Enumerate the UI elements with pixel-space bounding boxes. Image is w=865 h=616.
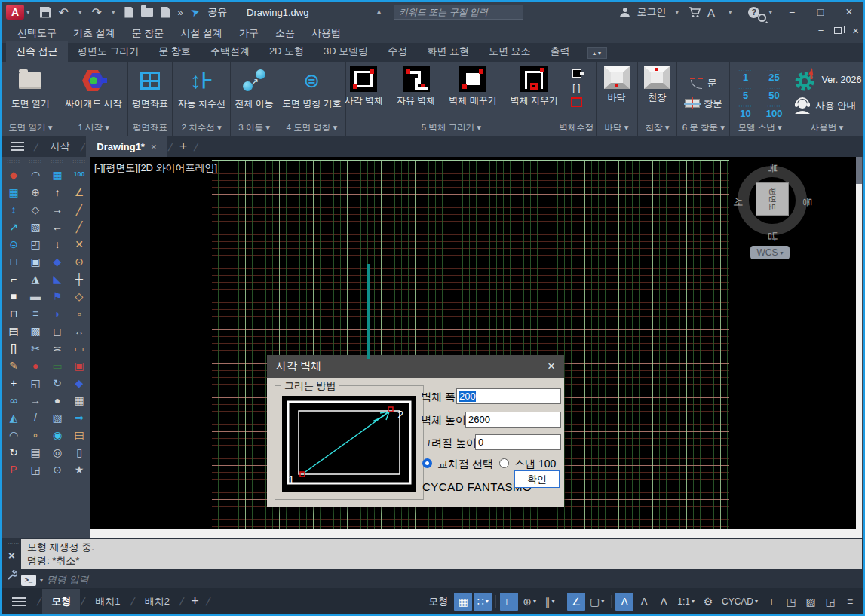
intersection-snap-icon[interactable]: ✕ bbox=[70, 235, 88, 253]
layout-tab-배치2[interactable]: 배치2 bbox=[136, 589, 179, 614]
layout-tab-배치1[interactable]: 배치1 bbox=[86, 589, 129, 614]
scrollbar-thumb[interactable] bbox=[856, 157, 862, 184]
model-space-button[interactable]: 모형 bbox=[424, 593, 452, 611]
intersection-radio-label[interactable]: 교차점 선택 bbox=[437, 458, 493, 471]
flag-icon[interactable]: ⚑ bbox=[48, 287, 66, 305]
command-prompt-dropdown-icon[interactable]: ▾ bbox=[40, 577, 43, 584]
close-button[interactable]: × bbox=[835, 2, 863, 23]
polygon-icon[interactable]: ◇ bbox=[26, 201, 44, 218]
help-dropdown-icon[interactable]: ▾ bbox=[768, 8, 772, 16]
auto-dimension-button[interactable]: ↕⊦ 자동 치수선 bbox=[175, 65, 229, 112]
wcs-button[interactable]: WCS ▾ bbox=[750, 246, 790, 259]
panel-3d-icon[interactable]: ◗ bbox=[48, 305, 66, 322]
search-history-icon[interactable]: ▴ bbox=[377, 7, 381, 15]
free-wall-button[interactable]: 자유 벽체 bbox=[394, 65, 438, 109]
blue-cube-icon[interactable]: ◆ bbox=[70, 374, 88, 391]
open-file-icon[interactable] bbox=[141, 8, 153, 17]
workspace-select[interactable]: CYCAD▾ bbox=[719, 593, 761, 611]
slab-icon[interactable]: ▬ bbox=[26, 287, 44, 305]
app-store-cart-icon[interactable] bbox=[688, 7, 701, 18]
wall-join-icon[interactable] bbox=[572, 69, 581, 78]
model-snap-25-button[interactable]: ::::::25 bbox=[762, 66, 787, 84]
ceiling-button[interactable]: 천장 bbox=[641, 65, 673, 106]
doc-restore-button[interactable] bbox=[834, 27, 842, 34]
perpendicular-snap-icon[interactable]: ┼ bbox=[70, 270, 88, 287]
cube-copy-icon[interactable]: ◲ bbox=[26, 461, 44, 478]
redo-dropdown-icon[interactable]: ▾ bbox=[112, 8, 115, 16]
polar-tracking-toggle[interactable]: ⊕▾ bbox=[520, 593, 539, 611]
wall-width-input[interactable]: 200 bbox=[456, 388, 561, 404]
ribbon-tab[interactable]: 출력 bbox=[541, 41, 580, 62]
wall-erase-icon[interactable]: ⊓ bbox=[5, 305, 23, 322]
mirror-icon[interactable]: ◭ bbox=[5, 409, 23, 426]
dialog-close-icon[interactable]: × bbox=[548, 359, 555, 374]
usage-guide-button[interactable]: 사용 안내 bbox=[790, 95, 864, 116]
radio-icon[interactable]: ▤ bbox=[70, 426, 88, 443]
toolbar-grip[interactable]: :::::: bbox=[51, 157, 64, 166]
floor-button[interactable]: 바닥 bbox=[601, 65, 633, 106]
toolbar-grip[interactable]: :::::: bbox=[72, 157, 86, 166]
wedge-icon[interactable]: ◣ bbox=[48, 270, 66, 287]
panel-label-wall-draw[interactable]: 5 벽체 그리기 ▾ bbox=[346, 121, 557, 136]
command-history[interactable]: 모형 재생성 중. 명령: *취소* bbox=[21, 539, 862, 569]
panel-label-floor[interactable]: 바닥 ▾ bbox=[597, 121, 637, 136]
table-icon[interactable]: ▦ bbox=[70, 391, 88, 409]
panel-label-ceiling[interactable]: 천장 ▾ bbox=[638, 121, 677, 136]
doc-menu-hamburger-icon[interactable] bbox=[11, 142, 24, 151]
toolbar-grip[interactable]: :::::: bbox=[7, 157, 20, 166]
endpoint-snap-icon[interactable]: ╱ bbox=[70, 201, 88, 218]
new-file-icon[interactable] bbox=[124, 7, 133, 18]
tab-drawing1[interactable]: Drawing1* × bbox=[86, 136, 167, 157]
scissors-icon[interactable]: ✂ bbox=[26, 339, 44, 357]
intersection-radio[interactable] bbox=[422, 458, 432, 468]
wall-fill-icon[interactable]: ■ bbox=[5, 287, 23, 305]
stretch-down-icon[interactable]: ↓ bbox=[48, 235, 66, 253]
midpoint-snap-icon[interactable]: ╱ bbox=[70, 218, 88, 235]
zoom-copy-icon[interactable]: ⊙ bbox=[48, 461, 66, 478]
ruler-icon[interactable]: ▭ bbox=[70, 339, 88, 357]
wall-delete-icon[interactable] bbox=[571, 97, 582, 107]
rect-wall-icon[interactable]: □ bbox=[5, 253, 23, 270]
eraser-icon[interactable]: ✎ bbox=[5, 357, 23, 374]
paste-icon[interactable]: ◱ bbox=[26, 374, 44, 391]
model-snap-5-button[interactable]: ::::::5 bbox=[733, 84, 759, 103]
cycad-start-icon[interactable]: ◆ bbox=[5, 166, 23, 183]
red-frame-icon[interactable]: ▣ bbox=[70, 357, 88, 374]
rotate-icon[interactable]: ↻ bbox=[5, 443, 23, 461]
undo-icon[interactable]: ↶ bbox=[59, 5, 69, 20]
app-logo[interactable]: A bbox=[6, 5, 24, 20]
annotation-scale-icon[interactable]: Λ bbox=[655, 593, 673, 611]
view-compass[interactable]: 북 동 남 서 평면도 bbox=[735, 163, 810, 238]
plan-grid-icon[interactable]: ▦ bbox=[5, 183, 23, 201]
share-label[interactable]: 공유 bbox=[207, 5, 227, 19]
ribbon-tab[interactable]: 평면도 그리기 bbox=[68, 41, 149, 62]
autodesk-logo-icon[interactable]: A bbox=[707, 7, 719, 18]
grid-overlay-icon[interactable]: ▦ bbox=[48, 166, 66, 183]
menu-item[interactable]: 선택도구 bbox=[11, 23, 63, 43]
clean-screen-button[interactable]: ◲ bbox=[821, 593, 839, 611]
command-wrench-icon[interactable] bbox=[7, 570, 17, 584]
graphics-performance-button[interactable]: ▨ bbox=[802, 593, 820, 611]
grid-mode-toggle[interactable]: ▦ bbox=[454, 593, 472, 611]
cone-icon[interactable]: ◮ bbox=[26, 270, 44, 287]
compass-south[interactable]: 남 bbox=[766, 231, 780, 241]
erase-wall-button[interactable]: 벽체 지우기 bbox=[508, 65, 561, 109]
isometric-draft-toggle[interactable]: ∥▾ bbox=[541, 593, 559, 611]
help-icon[interactable]: ? bbox=[748, 7, 759, 18]
plancoord-button[interactable]: 평면좌표 bbox=[129, 65, 171, 112]
redo-icon[interactable]: ↷ bbox=[91, 5, 101, 20]
panel-label-plancoord[interactable]: 평면좌표 bbox=[128, 121, 173, 136]
menu-item[interactable]: 사용법 bbox=[305, 23, 348, 43]
ribbon-tab[interactable]: 도면 요소 bbox=[479, 41, 541, 62]
snap-mode-toggle[interactable]: ∷▾ bbox=[474, 593, 492, 611]
panel-label-name-symbol[interactable]: 4 도면 명칭 ▾ bbox=[278, 121, 345, 136]
model-snap-50-button[interactable]: ::::::50 bbox=[762, 84, 787, 103]
command-prompt-icon[interactable]: >_ bbox=[21, 575, 36, 586]
move-all-button[interactable]: ↗ 전체 이동 bbox=[232, 65, 276, 112]
compass-view-label[interactable]: 평면도 bbox=[756, 182, 789, 216]
model-snap-1-button[interactable]: ::::::1 bbox=[733, 66, 759, 84]
wall-brackets-icon[interactable]: [] bbox=[5, 339, 23, 357]
drawing-name-symbol-icon[interactable]: ⊜ bbox=[5, 235, 23, 253]
ortho-mode-toggle[interactable]: ∟ bbox=[500, 593, 518, 611]
open-drawing-button[interactable]: 도면 열기 bbox=[8, 65, 53, 112]
